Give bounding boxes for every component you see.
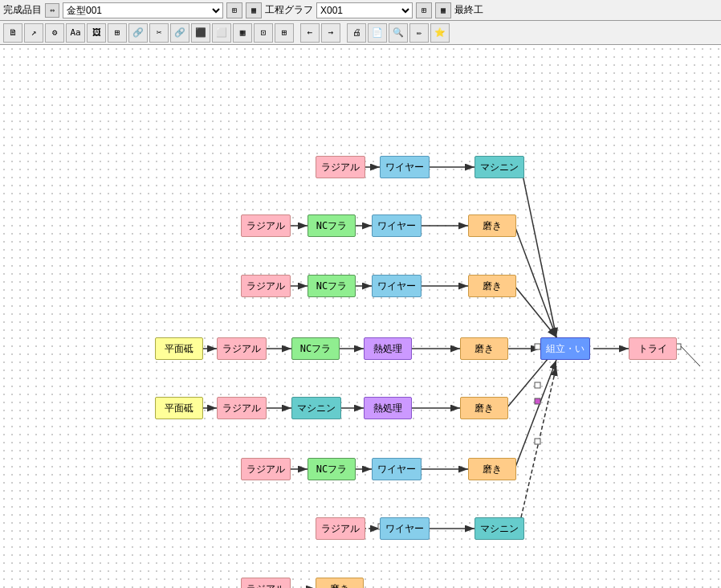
tb-table[interactable]: ⊞ [108,23,127,43]
tb-image[interactable]: 🖼 [87,23,106,43]
process-node-n22[interactable]: 熱処理 [364,397,412,419]
process-node-n5[interactable]: NCフラ [308,214,356,237]
process-node-n26[interactable]: ワイヤー [372,458,422,480]
process-node-n13[interactable]: ラジアル [217,337,267,360]
svg-line-27 [515,226,556,337]
svg-rect-35 [535,439,540,444]
tb-box3[interactable]: ▦ [233,23,252,43]
tb-connect[interactable]: 🔗 [170,23,189,43]
svg-line-37 [681,346,700,366]
tb-edit[interactable]: ✏ [409,23,429,43]
btn-grid2[interactable]: ▦ [435,2,451,18]
process-node-n15[interactable]: 熱処理 [364,337,412,360]
btn-copy1[interactable]: ⊞ [226,2,242,18]
tb-forward[interactable]: → [321,23,340,43]
process-node-n18[interactable]: トライ [629,337,677,360]
process-node-n19[interactable]: 平面砥 [155,397,203,419]
svg-rect-32 [535,344,540,349]
arrows-svg [0,45,721,588]
svg-line-28 [515,286,556,337]
process-node-n9[interactable]: NCフラ [308,275,356,297]
process-node-n3[interactable]: マシニン [475,156,524,178]
svg-line-30 [515,360,556,469]
process-node-n23[interactable]: 磨き [460,397,508,419]
process-node-n27[interactable]: 磨き [468,458,516,480]
btn-copy2[interactable]: ⊞ [416,2,432,18]
process-node-n4[interactable]: ラジアル [241,214,291,237]
tb-link[interactable]: 🔗 [128,23,148,43]
svg-rect-33 [535,382,540,388]
process-node-n2[interactable]: ワイヤー [380,156,430,178]
process-node-n12[interactable]: 平面砥 [155,337,203,360]
tb-star[interactable]: ⭐ [430,23,450,43]
label-saishuko: 最終工 [454,3,483,17]
process-node-n28[interactable]: ラジアル [316,517,365,540]
process-node-n8[interactable]: ラジアル [241,275,291,297]
toolbar: 🗎 ↗ ⚙ Aa 🖼 ⊞ 🔗 ✂ 🔗 ⬛ ⬜ ▦ ⊡ ⊞ ← → 🖨 📄 🔍 ✏… [0,21,721,45]
tb-box5[interactable]: ⊞ [275,23,294,43]
tb-cut[interactable]: ✂ [149,23,169,43]
tb-doc[interactable]: 📄 [368,23,387,43]
svg-line-31 [521,366,556,517]
canvas-area[interactable]: ラジアルワイヤーマシニンラジアルNCフラワイヤー磨きラジアルNCフラワイヤー磨き… [0,45,721,588]
process-node-n11[interactable]: 磨き [468,275,516,297]
select-x001[interactable]: X001 [316,2,413,18]
process-node-n29[interactable]: ワイヤー [380,517,430,540]
process-node-n10[interactable]: ワイヤー [372,275,422,297]
tb-new[interactable]: 🗎 [3,23,22,43]
tb-search[interactable]: 🔍 [389,23,408,43]
process-node-n30[interactable]: マシニン [475,517,524,540]
tb-box4[interactable]: ⊡ [254,23,273,43]
process-node-n24[interactable]: ラジアル [241,458,291,480]
process-node-n21[interactable]: マシニン [291,397,341,419]
process-node-n17[interactable]: 組立・い [540,337,590,360]
select-kanagata[interactable]: 金型001 [63,2,223,18]
process-node-n20[interactable]: ラジアル [217,397,267,419]
process-node-n14[interactable]: NCフラ [291,337,340,360]
tb-box2[interactable]: ⬜ [212,23,231,43]
process-node-n31[interactable]: ラジアル [241,578,291,588]
process-node-n25[interactable]: NCフラ [308,458,356,480]
btn-grid1[interactable]: ▦ [246,2,262,18]
tb-box1[interactable]: ⬛ [191,23,210,43]
tb-settings[interactable]: ⚙ [45,23,64,43]
label-koteigraph: 工程グラフ [265,3,313,17]
process-node-n16[interactable]: 磨き [460,337,508,360]
tb-select[interactable]: ↗ [24,23,43,43]
process-node-n7[interactable]: 磨き [468,214,516,237]
process-node-n1[interactable]: ラジアル [316,156,365,178]
svg-rect-34 [535,398,540,404]
top-bar: 完成品目 ⇔ 金型001 ⊞ ▦ 工程グラフ X001 ⊞ ▦ 最終工 [0,0,721,21]
label-kansei: 完成品目 [3,3,42,17]
tb-text[interactable]: Aa [66,23,85,43]
process-node-n6[interactable]: ワイヤー [372,214,422,237]
svg-line-26 [521,167,556,337]
tb-back[interactable]: ← [300,23,320,43]
tb-print[interactable]: 🖨 [347,23,366,43]
process-node-n32[interactable]: 磨き [316,578,364,588]
icon-arrow[interactable]: ⇔ [45,3,59,18]
